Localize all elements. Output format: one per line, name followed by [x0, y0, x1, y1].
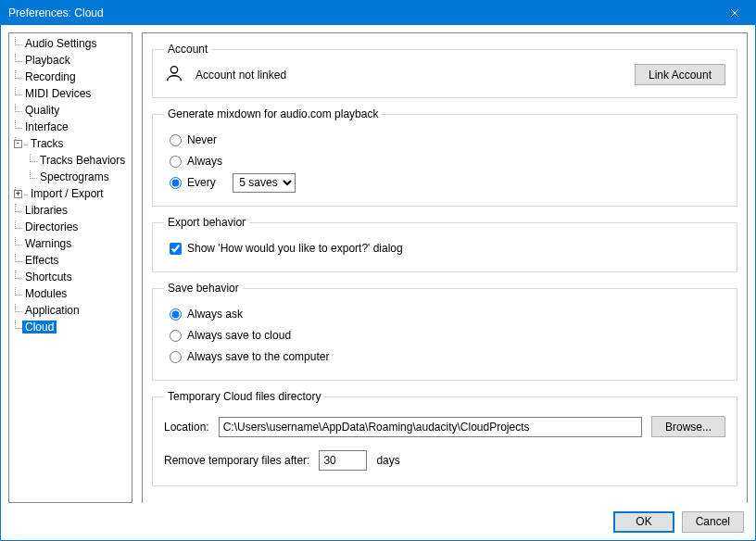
- cancel-button[interactable]: Cancel: [682, 511, 744, 533]
- tree-item[interactable]: Modules: [22, 287, 69, 300]
- close-icon: [730, 8, 739, 18]
- save-always-computer-label: Always save to the computer: [187, 350, 329, 363]
- tree-item[interactable]: Application: [22, 304, 82, 317]
- mixdown-every-radio[interactable]: [170, 177, 182, 189]
- save-always-cloud-label: Always save to cloud: [187, 329, 291, 342]
- tree-item[interactable]: Interface: [22, 120, 71, 133]
- remove-after-unit: days: [376, 454, 399, 467]
- remove-after-label: Remove temporary files after:: [164, 454, 309, 467]
- export-show-dialog-checkbox[interactable]: [170, 243, 182, 255]
- mixdown-group: Generate mixdown for audio.com playback …: [152, 107, 737, 207]
- dialog-footer: OK Cancel: [1, 503, 755, 540]
- tree-item[interactable]: Quality: [22, 104, 62, 117]
- tree-expander[interactable]: -: [14, 140, 22, 148]
- mixdown-never-radio[interactable]: [170, 134, 182, 146]
- tree-item[interactable]: MIDI Devices: [22, 87, 94, 100]
- save-always-ask-label: Always ask: [187, 308, 243, 321]
- location-input[interactable]: [219, 417, 642, 437]
- tree-item[interactable]: Warnings: [22, 237, 74, 250]
- tree-item[interactable]: Spectrograms: [37, 170, 112, 183]
- export-legend: Export behavior: [164, 216, 249, 229]
- close-button[interactable]: [714, 1, 755, 25]
- tree-item[interactable]: Recording: [22, 70, 79, 83]
- mixdown-never-label: Never: [187, 133, 217, 146]
- tree-item[interactable]: Shortcuts: [22, 270, 75, 283]
- tree-item[interactable]: Libraries: [22, 204, 70, 217]
- save-group: Save behavior Always ask Always save to …: [152, 282, 737, 381]
- account-status: Account not linked: [195, 69, 286, 82]
- link-account-button[interactable]: Link Account: [635, 64, 725, 85]
- save-always-cloud-radio[interactable]: [170, 330, 182, 342]
- tree-expander[interactable]: +: [14, 190, 22, 198]
- mixdown-always-radio[interactable]: [170, 156, 182, 168]
- save-always-ask-radio[interactable]: [170, 308, 182, 321]
- save-always-computer-radio[interactable]: [170, 351, 182, 363]
- tempdir-group: Temporary Cloud files directory Location…: [152, 390, 737, 486]
- tree-item[interactable]: Tracks Behaviors: [37, 154, 128, 167]
- user-icon: [164, 63, 184, 86]
- browse-button[interactable]: Browse...: [651, 416, 725, 437]
- settings-panel: Account Account not linked Link Account …: [132, 32, 748, 503]
- save-legend: Save behavior: [164, 282, 243, 295]
- window-title: Preferences: Cloud: [8, 6, 104, 19]
- titlebar: Preferences: Cloud: [1, 1, 755, 25]
- tree-item[interactable]: Directories: [22, 220, 81, 233]
- tree-item[interactable]: Effects: [22, 254, 61, 267]
- account-legend: Account: [164, 43, 211, 56]
- tempdir-legend: Temporary Cloud files directory: [164, 390, 324, 403]
- tree-item[interactable]: Import / Export: [28, 187, 107, 200]
- export-group: Export behavior Show 'How would you like…: [152, 216, 737, 272]
- remove-after-input[interactable]: [319, 450, 367, 471]
- mixdown-every-select[interactable]: 5 saves: [233, 173, 296, 193]
- svg-point-0: [170, 67, 177, 73]
- export-show-dialog-label: Show 'How would you like to export?' dia…: [187, 242, 403, 255]
- mixdown-legend: Generate mixdown for audio.com playback: [164, 107, 382, 120]
- category-tree[interactable]: Audio SettingsPlaybackRecordingMIDI Devi…: [8, 32, 132, 503]
- tree-item[interactable]: Audio Settings: [22, 37, 99, 50]
- ok-button[interactable]: OK: [613, 511, 674, 533]
- account-group: Account Account not linked Link Account: [152, 43, 737, 98]
- dialog-body: Audio SettingsPlaybackRecordingMIDI Devi…: [1, 25, 755, 503]
- mixdown-every-label: Every: [187, 176, 216, 189]
- tree-item[interactable]: Cloud: [22, 321, 57, 333]
- tree-item[interactable]: Playback: [22, 54, 73, 67]
- location-label: Location:: [164, 421, 209, 434]
- mixdown-always-label: Always: [187, 155, 222, 168]
- tree-item[interactable]: Tracks: [28, 137, 67, 150]
